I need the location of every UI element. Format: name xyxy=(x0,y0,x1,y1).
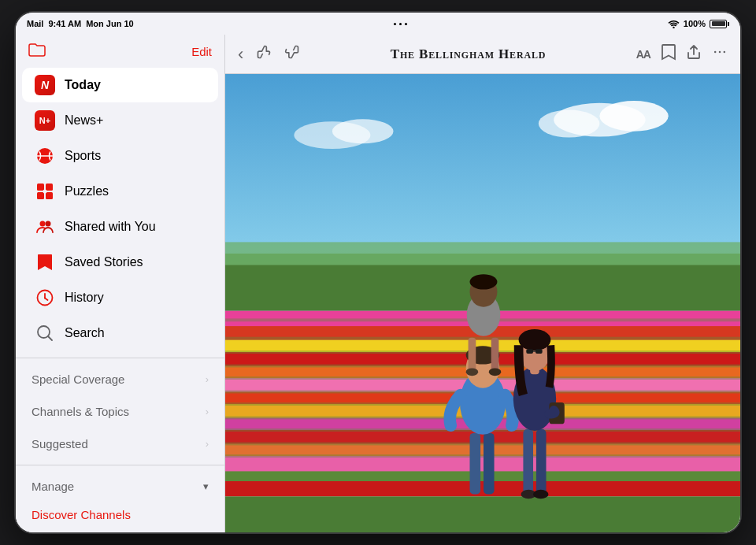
svg-point-16 xyxy=(714,51,717,54)
app-name: Mail xyxy=(27,19,43,28)
edit-button[interactable]: Edit xyxy=(191,45,212,58)
dot-2 xyxy=(399,23,402,25)
svg-rect-42 xyxy=(225,496,740,532)
sidebar-top: Edit xyxy=(16,35,224,67)
svg-line-12 xyxy=(45,298,48,301)
svg-rect-54 xyxy=(470,433,481,495)
channels-topics-label: Channels & Topics xyxy=(32,405,129,418)
discover-channels-link[interactable]: Discover Channels xyxy=(16,501,224,528)
font-size-button[interactable]: AA xyxy=(636,48,650,61)
sidebar-item-label-newsplus: News+ xyxy=(65,113,103,128)
bookmark-button[interactable] xyxy=(662,43,676,65)
shared-icon xyxy=(35,217,55,237)
wifi-icon xyxy=(668,20,680,28)
suggested-chevron: › xyxy=(206,438,209,450)
sidebar-item-puzzles[interactable]: Puzzles xyxy=(22,174,218,209)
battery-pct: 100% xyxy=(684,19,706,28)
article-toolbar: ‹ The Bellingham Herald AA xyxy=(225,35,740,74)
sidebar-item-label-sports: Sports xyxy=(65,149,101,163)
dot-3 xyxy=(405,23,407,25)
saved-icon xyxy=(35,252,55,272)
svg-rect-75 xyxy=(536,349,543,354)
share-button[interactable] xyxy=(687,43,701,65)
status-bar: Mail 9:41 AM Mon Jun 10 100% xyxy=(16,13,740,35)
sidebar-item-history[interactable]: History xyxy=(22,280,218,315)
sidebar: Edit N Today N+ News+ xyxy=(16,35,225,532)
sidebar-nav: N Today N+ News+ xyxy=(16,67,224,358)
toolbar-right: AA xyxy=(636,43,728,65)
svg-rect-59 xyxy=(469,338,476,373)
svg-point-22 xyxy=(539,110,600,138)
svg-rect-60 xyxy=(491,338,499,373)
svg-point-7 xyxy=(43,190,47,194)
svg-rect-44 xyxy=(225,337,740,340)
article-newspaper-title: The Bellingham Herald xyxy=(391,46,547,62)
history-icon xyxy=(35,287,55,308)
tulip-field-scene xyxy=(225,74,740,532)
svg-point-21 xyxy=(599,101,668,132)
sidebar-item-today[interactable]: N Today xyxy=(22,68,218,102)
special-coverage-row[interactable]: Special Coverage › xyxy=(16,363,224,395)
svg-point-61 xyxy=(466,368,479,376)
newsplus-icon: N+ xyxy=(35,110,55,131)
status-bar-right: 100% xyxy=(668,19,729,28)
thumbs-down-button[interactable] xyxy=(256,44,272,64)
svg-point-24 xyxy=(332,119,394,143)
svg-point-18 xyxy=(724,51,726,54)
sidebar-item-sports[interactable]: Sports xyxy=(22,139,218,173)
special-coverage-chevron: › xyxy=(206,373,209,385)
notifications-email-link[interactable]: Notifications & Email xyxy=(16,528,224,532)
svg-rect-41 xyxy=(225,481,740,496)
manage-section: Manage ▾ Discover Channels Notifications… xyxy=(16,465,224,532)
svg-rect-39 xyxy=(225,456,740,473)
sidebar-item-label-puzzles: Puzzles xyxy=(65,184,109,198)
sports-icon xyxy=(35,146,55,166)
today-icon: N xyxy=(35,75,55,95)
svg-rect-74 xyxy=(526,349,533,354)
sidebar-sections: Special Coverage › Channels & Topics › S… xyxy=(16,358,224,465)
article-area: ‹ The Bellingham Herald AA xyxy=(225,35,740,532)
svg-point-62 xyxy=(489,368,502,376)
suggested-row[interactable]: Suggested › xyxy=(16,428,224,460)
svg-point-9 xyxy=(46,221,51,227)
svg-point-69 xyxy=(533,490,548,499)
svg-point-65 xyxy=(470,274,498,289)
sidebar-item-label-search: Search xyxy=(65,326,105,340)
svg-rect-5 xyxy=(37,192,44,199)
main-area: Edit N Today N+ News+ xyxy=(16,35,740,532)
status-bar-left: Mail 9:41 AM Mon Jun 10 xyxy=(27,19,134,28)
search-icon xyxy=(35,323,55,343)
manage-links: Discover Channels Notifications & Email … xyxy=(16,498,224,532)
status-date: Mon Jun 10 xyxy=(86,19,134,28)
sidebar-item-newsplus[interactable]: N+ News+ xyxy=(22,103,218,138)
channels-topics-row[interactable]: Channels & Topics › xyxy=(16,395,224,428)
svg-rect-52 xyxy=(225,443,740,446)
svg-rect-6 xyxy=(46,192,53,199)
sidebar-item-shared[interactable]: Shared with You xyxy=(22,209,218,244)
svg-point-0 xyxy=(673,26,674,28)
sidebar-folder-icon[interactable] xyxy=(28,43,46,61)
dot-1 xyxy=(394,23,396,25)
article-image xyxy=(225,74,740,532)
manage-header[interactable]: Manage ▾ xyxy=(16,470,224,498)
suggested-label: Suggested xyxy=(32,437,88,450)
more-button[interactable] xyxy=(712,44,728,64)
svg-point-73 xyxy=(519,329,551,350)
back-button[interactable]: ‹ xyxy=(238,44,243,65)
sidebar-item-search[interactable]: Search xyxy=(22,316,218,350)
manage-label: Manage xyxy=(32,480,74,493)
sidebar-item-label-today: Today xyxy=(65,78,101,92)
puzzles-icon xyxy=(35,181,55,202)
svg-rect-67 xyxy=(536,429,547,494)
sidebar-item-saved[interactable]: Saved Stories xyxy=(22,245,218,280)
battery-indicator xyxy=(710,20,729,28)
svg-rect-40 xyxy=(225,471,740,483)
special-coverage-label: Special Coverage xyxy=(32,373,124,386)
manage-chevron: ▾ xyxy=(203,480,209,492)
svg-point-13 xyxy=(44,297,46,298)
channels-topics-chevron: › xyxy=(206,406,209,417)
svg-rect-3 xyxy=(37,184,44,191)
status-time: 9:41 AM xyxy=(48,19,81,28)
thumbs-up-button[interactable] xyxy=(284,44,300,64)
sidebar-item-label-shared: Shared with You xyxy=(65,220,156,234)
